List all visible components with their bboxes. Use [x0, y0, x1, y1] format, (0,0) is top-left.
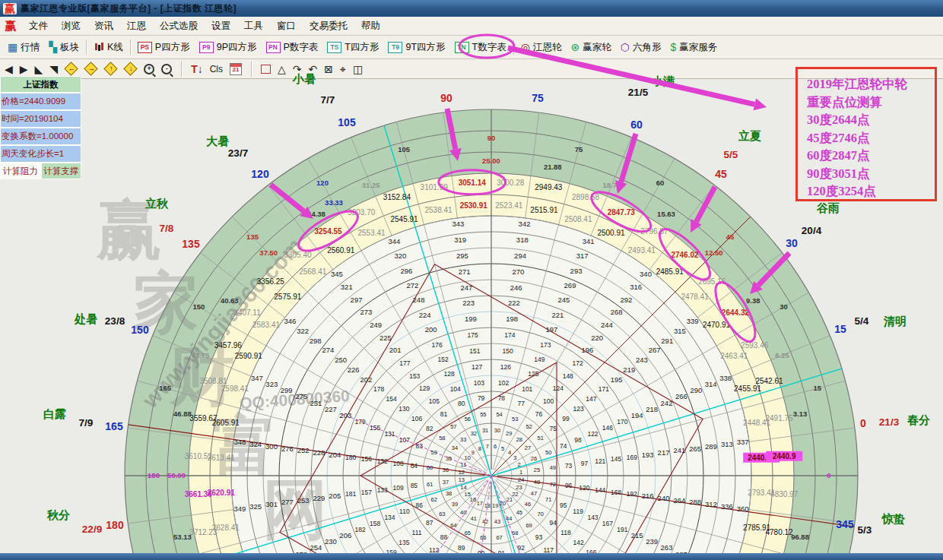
- sectors-button[interactable]: ▚板块: [44, 39, 84, 56]
- winner-service-button-label: 赢家服务: [679, 41, 717, 54]
- gann-wheel-button-label: 江恩轮: [533, 41, 562, 54]
- menu-item-5[interactable]: 设置: [205, 18, 237, 34]
- p-table-button-label: P数字表: [284, 41, 319, 54]
- pointer-down-icon[interactable]: ◥: [49, 63, 58, 75]
- 9p-square-button[interactable]: P99P四方形: [195, 39, 262, 56]
- t-square-button-label: T四方形: [344, 41, 379, 54]
- menu-item-6[interactable]: 工具: [237, 18, 270, 34]
- forward-button[interactable]: ▶: [20, 63, 28, 75]
- kline-button[interactable]: K线: [89, 39, 128, 56]
- zoom-out-button[interactable]: -: [161, 64, 172, 74]
- toolbar-separator: [513, 40, 514, 55]
- p-table-button[interactable]: PNP数字表: [262, 39, 323, 56]
- menu-logo-icon: 赢: [5, 19, 16, 33]
- hexagon-icon: ⬡: [621, 42, 630, 52]
- app-logo-icon: 赢: [3, 3, 17, 14]
- t-table-button[interactable]: TNT数字表: [450, 39, 511, 56]
- info-row-3: 周天变化步长=1: [0, 145, 81, 163]
- winner-wheel-button-label: 赢家轮: [583, 41, 611, 54]
- kline-button-label: K线: [107, 41, 123, 54]
- pan-up-button[interactable]: ↑: [103, 62, 117, 75]
- p-table-button-badge-icon: PN: [266, 42, 281, 53]
- quotes-button[interactable]: ▦行情: [3, 39, 44, 56]
- window-title: 赢家江恩专业版[赢家服务平台] - [上证指数 江恩轮]: [21, 2, 237, 15]
- panel-buttons: 计算阻力计算支撑: [0, 163, 81, 179]
- info-row-1: 时间=20190104: [0, 110, 81, 128]
- p-square-button[interactable]: PSP四方形: [133, 39, 195, 56]
- annotation-line-1: 重要点位测算: [807, 93, 935, 112]
- main-toolbar: ▦行情▚板块K线PSP四方形P99P四方形PNP数字表TST四方形T99T四方形…: [0, 36, 943, 59]
- p-square-button-badge-icon: PS: [138, 42, 152, 53]
- menu-item-7[interactable]: 窗口: [270, 18, 303, 34]
- cls-button[interactable]: Cls: [210, 63, 223, 75]
- zoom-in-button[interactable]: +: [144, 64, 154, 74]
- dollar-icon: $: [670, 42, 676, 52]
- menu-item-4[interactable]: 公式选股: [153, 18, 205, 34]
- calendar-button[interactable]: 21: [230, 63, 242, 75]
- winner-wheel-button[interactable]: ⊛赢家轮: [566, 39, 615, 56]
- toolbar-separator: [130, 40, 131, 55]
- annotation-box: 2019年江恩轮中轮重要点位测算30度2644点45度2746点60度2847点…: [795, 67, 937, 201]
- menu-item-1[interactable]: 浏览: [55, 18, 87, 34]
- rect-tool-button[interactable]: [261, 65, 271, 74]
- calc-support-button[interactable]: 计算支撑: [41, 163, 82, 179]
- p-square-button-label: P四方形: [155, 41, 190, 54]
- sectors-button-label: 板块: [60, 41, 79, 54]
- sep2: [251, 62, 252, 77]
- application-window: 赢 赢家江恩专业版[赢家服务平台] - [上证指数 江恩轮] 赢 文件浏览资讯江…: [0, 0, 943, 560]
- pan-right-button[interactable]: →: [84, 62, 97, 75]
- 9t-square-button[interactable]: T99T四方形: [383, 39, 449, 56]
- menu-item-3[interactable]: 江恩: [120, 18, 153, 34]
- 9p-square-button-badge-icon: P9: [199, 42, 214, 53]
- arc-cw-tool-button[interactable]: ↷: [293, 63, 302, 75]
- annotation-line-3: 45度2746点: [807, 129, 935, 147]
- winner-wheel-icon: ⊛: [570, 42, 579, 52]
- bottom-strip: [0, 553, 943, 560]
- style-tool-button[interactable]: ◫: [353, 63, 363, 75]
- calc-resistance-button[interactable]: 计算阻力: [0, 163, 41, 179]
- annotation-line-0: 2019年江恩轮中轮: [807, 75, 935, 93]
- triangle-tool-button[interactable]: △: [278, 63, 286, 75]
- t-square-button-badge-icon: TS: [327, 42, 341, 53]
- sep1: [181, 62, 182, 77]
- menu-item-0[interactable]: 文件: [22, 18, 55, 34]
- price-scale-button[interactable]: T↓: [191, 63, 203, 75]
- hexagon-button[interactable]: ⬡六角形: [616, 39, 666, 56]
- annotation-line-2: 30度2644点: [807, 111, 935, 129]
- annotation-line-5: 90度3051点: [807, 165, 935, 183]
- 9t-square-button-badge-icon: T9: [388, 42, 402, 53]
- hexagon-button-label: 六角形: [633, 41, 662, 54]
- delete-all-tool-button[interactable]: ⊠: [324, 63, 333, 75]
- menu-item-9[interactable]: 帮助: [354, 18, 387, 34]
- gann-wheel-button[interactable]: ◎江恩轮: [516, 39, 567, 56]
- t-table-button-badge-icon: TN: [455, 42, 469, 53]
- 9p-square-button-label: 9P四方形: [217, 41, 257, 54]
- index-info-panel: 上证指数 价格=2440.9099时间=20190104变换系数=1.00000…: [0, 76, 81, 179]
- quotes-button-label: 行情: [21, 41, 40, 54]
- info-row-2: 变换系数=1.00000: [0, 128, 81, 145]
- 9t-square-button-label: 9T四方形: [405, 41, 445, 54]
- blocks-icon: ▚: [49, 42, 57, 52]
- menu-item-2[interactable]: 资讯: [87, 18, 120, 34]
- info-row-0: 价格=2440.9099: [0, 93, 81, 110]
- annotation-line-6: 120度3254点: [807, 182, 935, 201]
- t-table-button-label: T数字表: [472, 41, 506, 54]
- gann-wheel-icon: ◎: [521, 42, 530, 52]
- fit-tool-button[interactable]: ⌖: [340, 63, 346, 75]
- winner-service-button[interactable]: $赢家服务: [665, 39, 722, 56]
- arc-ccw-tool-button[interactable]: ↶: [309, 63, 318, 75]
- table-icon: ▦: [8, 42, 17, 52]
- pointer-up-icon[interactable]: ◣: [35, 63, 43, 75]
- menu-item-8[interactable]: 交易委托: [303, 18, 354, 34]
- t-square-button[interactable]: TST四方形: [322, 39, 383, 56]
- pan-left-button[interactable]: ←: [64, 62, 78, 75]
- pan-down-button[interactable]: ↓: [123, 62, 137, 75]
- toolbar-separator: [86, 40, 87, 55]
- menu-bar: 赢 文件浏览资讯江恩公式选股设置工具窗口交易委托帮助: [0, 17, 943, 36]
- back-button[interactable]: ◀: [5, 63, 13, 75]
- annotation-line-4: 60度2847点: [807, 147, 935, 165]
- index-name-label: 上证指数: [0, 76, 81, 93]
- candlestick-icon: [94, 42, 104, 52]
- title-bar: 赢 赢家江恩专业版[赢家服务平台] - [上证指数 江恩轮]: [0, 0, 943, 17]
